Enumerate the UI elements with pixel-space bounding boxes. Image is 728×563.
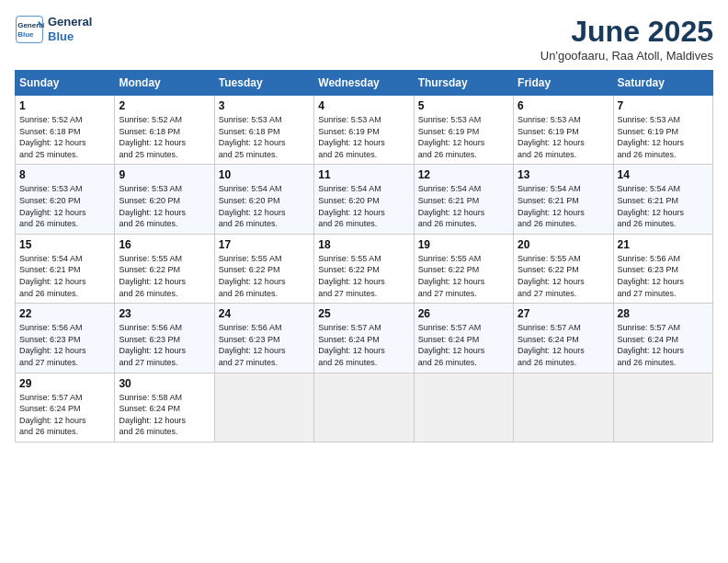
day-info: Sunrise: 5:55 AM Sunset: 6:22 PM Dayligh… xyxy=(119,253,210,299)
day-info: Sunrise: 5:53 AM Sunset: 6:19 PM Dayligh… xyxy=(618,114,709,160)
day-info: Sunrise: 5:54 AM Sunset: 6:21 PM Dayligh… xyxy=(19,253,110,299)
week-row-4: 22Sunrise: 5:56 AM Sunset: 6:23 PM Dayli… xyxy=(16,304,713,373)
calendar-cell: 9Sunrise: 5:53 AM Sunset: 6:20 PM Daylig… xyxy=(115,165,214,234)
calendar-cell: 8Sunrise: 5:53 AM Sunset: 6:20 PM Daylig… xyxy=(16,165,115,234)
day-info: Sunrise: 5:53 AM Sunset: 6:19 PM Dayligh… xyxy=(318,114,409,160)
calendar-cell: 22Sunrise: 5:56 AM Sunset: 6:23 PM Dayli… xyxy=(16,304,115,373)
day-number: 14 xyxy=(618,168,709,181)
calendar-cell: 23Sunrise: 5:56 AM Sunset: 6:23 PM Dayli… xyxy=(115,304,214,373)
calendar-cell: 27Sunrise: 5:57 AM Sunset: 6:24 PM Dayli… xyxy=(514,304,613,373)
weekday-header-tuesday: Tuesday xyxy=(214,71,313,96)
calendar-cell: 3Sunrise: 5:53 AM Sunset: 6:18 PM Daylig… xyxy=(214,96,313,165)
calendar-cell: 14Sunrise: 5:54 AM Sunset: 6:21 PM Dayli… xyxy=(613,165,712,234)
weekday-header-wednesday: Wednesday xyxy=(314,71,414,96)
weekday-header-saturday: Saturday xyxy=(613,71,712,96)
calendar-cell: 10Sunrise: 5:54 AM Sunset: 6:20 PM Dayli… xyxy=(214,165,313,234)
day-number: 12 xyxy=(418,168,509,181)
header: General Blue General Blue June 2025 Un'g… xyxy=(15,15,713,63)
weekday-header-monday: Monday xyxy=(115,71,214,96)
day-number: 6 xyxy=(518,99,609,112)
day-info: Sunrise: 5:57 AM Sunset: 6:24 PM Dayligh… xyxy=(318,322,409,368)
day-number: 10 xyxy=(219,168,310,181)
calendar-cell xyxy=(613,373,712,442)
week-row-5: 29Sunrise: 5:57 AM Sunset: 6:24 PM Dayli… xyxy=(16,373,713,442)
day-info: Sunrise: 5:52 AM Sunset: 6:18 PM Dayligh… xyxy=(19,114,110,160)
day-info: Sunrise: 5:53 AM Sunset: 6:18 PM Dayligh… xyxy=(219,114,310,160)
day-number: 26 xyxy=(418,307,509,320)
calendar-cell xyxy=(314,373,414,442)
calendar-cell: 20Sunrise: 5:55 AM Sunset: 6:22 PM Dayli… xyxy=(514,234,613,303)
day-number: 22 xyxy=(19,307,110,320)
calendar-cell xyxy=(514,373,613,442)
day-info: Sunrise: 5:58 AM Sunset: 6:24 PM Dayligh… xyxy=(119,392,210,438)
day-info: Sunrise: 5:54 AM Sunset: 6:21 PM Dayligh… xyxy=(418,183,509,229)
calendar-cell: 18Sunrise: 5:55 AM Sunset: 6:22 PM Dayli… xyxy=(314,234,414,303)
day-info: Sunrise: 5:56 AM Sunset: 6:23 PM Dayligh… xyxy=(19,322,110,368)
weekday-header-thursday: Thursday xyxy=(414,71,513,96)
title-block: June 2025 Un'goofaaru, Raa Atoll, Maldiv… xyxy=(540,15,713,63)
day-number: 19 xyxy=(418,238,509,251)
calendar-cell: 21Sunrise: 5:56 AM Sunset: 6:23 PM Dayli… xyxy=(613,234,712,303)
day-number: 2 xyxy=(119,99,210,112)
week-row-1: 1Sunrise: 5:52 AM Sunset: 6:18 PM Daylig… xyxy=(16,96,713,165)
calendar-cell: 29Sunrise: 5:57 AM Sunset: 6:24 PM Dayli… xyxy=(16,373,115,442)
day-info: Sunrise: 5:55 AM Sunset: 6:22 PM Dayligh… xyxy=(518,253,609,299)
calendar-cell: 16Sunrise: 5:55 AM Sunset: 6:22 PM Dayli… xyxy=(115,234,214,303)
day-number: 23 xyxy=(119,307,210,320)
day-info: Sunrise: 5:53 AM Sunset: 6:19 PM Dayligh… xyxy=(518,114,609,160)
day-number: 21 xyxy=(618,238,709,251)
calendar-table: SundayMondayTuesdayWednesdayThursdayFrid… xyxy=(15,70,713,442)
day-number: 3 xyxy=(219,99,310,112)
day-info: Sunrise: 5:55 AM Sunset: 6:22 PM Dayligh… xyxy=(219,253,310,299)
day-info: Sunrise: 5:57 AM Sunset: 6:24 PM Dayligh… xyxy=(418,322,509,368)
day-number: 27 xyxy=(518,307,609,320)
weekday-header-row: SundayMondayTuesdayWednesdayThursdayFrid… xyxy=(16,71,713,96)
day-number: 7 xyxy=(618,99,709,112)
svg-text:Blue: Blue xyxy=(17,30,34,39)
logo: General Blue General Blue xyxy=(15,15,92,44)
calendar-cell: 6Sunrise: 5:53 AM Sunset: 6:19 PM Daylig… xyxy=(514,96,613,165)
calendar-cell: 24Sunrise: 5:56 AM Sunset: 6:23 PM Dayli… xyxy=(214,304,313,373)
day-number: 24 xyxy=(219,307,310,320)
day-info: Sunrise: 5:54 AM Sunset: 6:20 PM Dayligh… xyxy=(219,183,310,229)
calendar-cell: 26Sunrise: 5:57 AM Sunset: 6:24 PM Dayli… xyxy=(414,304,513,373)
calendar-cell: 1Sunrise: 5:52 AM Sunset: 6:18 PM Daylig… xyxy=(16,96,115,165)
day-number: 30 xyxy=(119,377,210,390)
day-number: 4 xyxy=(318,99,409,112)
day-info: Sunrise: 5:57 AM Sunset: 6:24 PM Dayligh… xyxy=(19,392,110,438)
calendar-title: June 2025 xyxy=(540,15,713,49)
day-number: 9 xyxy=(119,168,210,181)
day-info: Sunrise: 5:55 AM Sunset: 6:22 PM Dayligh… xyxy=(418,253,509,299)
day-number: 18 xyxy=(318,238,409,251)
day-info: Sunrise: 5:56 AM Sunset: 6:23 PM Dayligh… xyxy=(219,322,310,368)
calendar-cell xyxy=(414,373,513,442)
calendar-cell: 7Sunrise: 5:53 AM Sunset: 6:19 PM Daylig… xyxy=(613,96,712,165)
calendar-cell: 13Sunrise: 5:54 AM Sunset: 6:21 PM Dayli… xyxy=(514,165,613,234)
calendar-cell: 4Sunrise: 5:53 AM Sunset: 6:19 PM Daylig… xyxy=(314,96,414,165)
day-number: 1 xyxy=(19,99,110,112)
calendar-cell xyxy=(214,373,313,442)
logo-text: General Blue xyxy=(48,15,92,43)
day-number: 25 xyxy=(318,307,409,320)
day-number: 29 xyxy=(19,377,110,390)
day-number: 28 xyxy=(618,307,709,320)
day-info: Sunrise: 5:56 AM Sunset: 6:23 PM Dayligh… xyxy=(618,253,709,299)
calendar-cell: 11Sunrise: 5:54 AM Sunset: 6:20 PM Dayli… xyxy=(314,165,414,234)
day-info: Sunrise: 5:53 AM Sunset: 6:20 PM Dayligh… xyxy=(19,183,110,229)
calendar-cell: 17Sunrise: 5:55 AM Sunset: 6:22 PM Dayli… xyxy=(214,234,313,303)
calendar-cell: 12Sunrise: 5:54 AM Sunset: 6:21 PM Dayli… xyxy=(414,165,513,234)
day-info: Sunrise: 5:54 AM Sunset: 6:20 PM Dayligh… xyxy=(318,183,409,229)
calendar-cell: 28Sunrise: 5:57 AM Sunset: 6:24 PM Dayli… xyxy=(613,304,712,373)
day-info: Sunrise: 5:55 AM Sunset: 6:22 PM Dayligh… xyxy=(318,253,409,299)
calendar-cell: 15Sunrise: 5:54 AM Sunset: 6:21 PM Dayli… xyxy=(16,234,115,303)
calendar-cell: 5Sunrise: 5:53 AM Sunset: 6:19 PM Daylig… xyxy=(414,96,513,165)
day-number: 15 xyxy=(19,238,110,251)
day-info: Sunrise: 5:52 AM Sunset: 6:18 PM Dayligh… xyxy=(119,114,210,160)
weekday-header-sunday: Sunday xyxy=(16,71,115,96)
day-info: Sunrise: 5:57 AM Sunset: 6:24 PM Dayligh… xyxy=(518,322,609,368)
day-number: 5 xyxy=(418,99,509,112)
day-info: Sunrise: 5:56 AM Sunset: 6:23 PM Dayligh… xyxy=(119,322,210,368)
day-number: 16 xyxy=(119,238,210,251)
calendar-subtitle: Un'goofaaru, Raa Atoll, Maldives xyxy=(540,49,713,63)
day-info: Sunrise: 5:54 AM Sunset: 6:21 PM Dayligh… xyxy=(518,183,609,229)
